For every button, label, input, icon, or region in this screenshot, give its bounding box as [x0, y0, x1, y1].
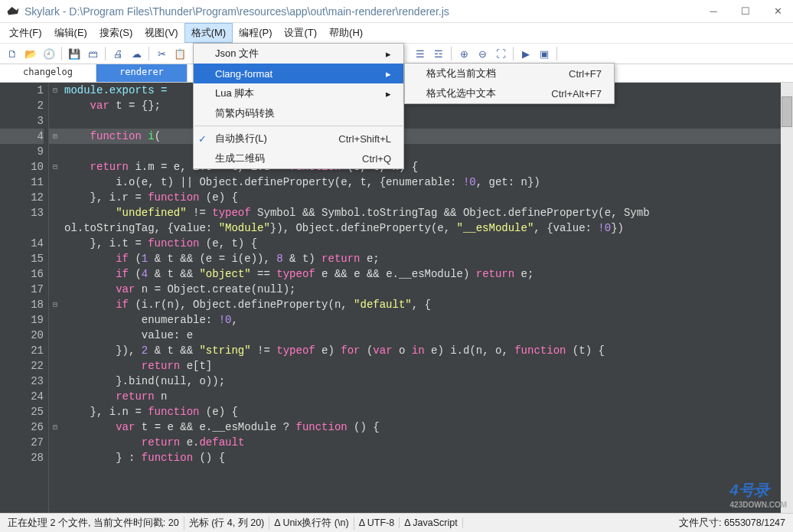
statusbar: 正在处理 2 个文件, 当前文件时间戳: 20 光标 (行 4, 列 20) Δ… — [0, 513, 793, 532]
titlebar: Skylark - D:\Program Files\Thunder\Progr… — [0, 0, 793, 23]
line-number: 9 — [0, 144, 44, 159]
menubar: 文件(F) 编辑(E) 搜索(S) 视图(V) 格式(M) 编程(P) 设置(T… — [0, 23, 793, 43]
stop-icon[interactable]: ▣ — [537, 46, 552, 61]
scrollbar-vertical[interactable] — [781, 83, 793, 513]
line-number: 24 — [0, 389, 44, 404]
separator — [194, 126, 403, 126]
line-number: 10 — [0, 159, 44, 175]
menu-item-lua[interactable]: Lua 脚本▸ — [194, 83, 403, 103]
menu-file[interactable]: 文件(F) — [3, 24, 48, 42]
tab-changelog[interactable]: changelog — [0, 64, 96, 82]
line-number: 14 — [0, 236, 44, 251]
menu-item-word-wrap[interactable]: ✓自动换行(L)Ctrl+Shift+L — [194, 129, 403, 149]
menu-edit[interactable]: 编辑(E) — [48, 24, 93, 42]
maximize-button[interactable]: ☐ — [736, 2, 755, 21]
status-encoding[interactable]: Δ UTF-8 — [354, 517, 400, 528]
line-number — [0, 220, 44, 236]
status-language[interactable]: Δ JavaScript — [400, 517, 463, 528]
save-icon[interactable]: 💾 — [67, 46, 82, 61]
menu-item-format-selection[interactable]: 格式化选中文本Ctrl+Alt+F7 — [405, 83, 614, 103]
print-icon[interactable]: 🖨 — [110, 46, 126, 61]
window-controls: ─ ☐ ✕ — [704, 2, 787, 21]
chevron-right-icon: ▸ — [386, 68, 391, 80]
cut-icon[interactable]: ✂ — [154, 46, 169, 61]
menu-settings[interactable]: 设置(T) — [278, 24, 323, 42]
line-number: 13 — [0, 205, 44, 220]
indent-icon[interactable]: ☰ — [413, 46, 428, 61]
line-number: 26 — [0, 419, 44, 435]
separator — [513, 47, 514, 60]
line-number: 16 — [0, 266, 44, 282]
code-area[interactable]: module.exports = var t = {}; function i(… — [61, 83, 793, 513]
line-number: 22 — [0, 358, 44, 374]
minimize-button[interactable]: ─ — [704, 2, 723, 21]
fold-icon[interactable]: ⊟ — [49, 297, 61, 312]
format-dropdown: Json 文件▸ Clang-format▸ Lua 脚本▸ 简繁内码转换 ✓自… — [193, 43, 404, 169]
line-number: 20 — [0, 328, 44, 343]
line-number: 25 — [0, 404, 44, 419]
status-line-ending[interactable]: Δ Unix换行符 (\n) — [269, 517, 354, 530]
close-button[interactable]: ✕ — [769, 2, 787, 21]
tab-renderer[interactable]: renderer — [96, 64, 188, 82]
separator — [61, 47, 62, 60]
status-processing: 正在处理 2 个文件, 当前文件时间戳: 20 — [3, 517, 184, 530]
menu-search[interactable]: 搜索(S) — [93, 24, 139, 42]
zoom-in-icon[interactable]: ⊕ — [456, 46, 472, 61]
fold-icon[interactable]: ⊟ — [49, 419, 61, 435]
copy-icon[interactable]: 📋 — [172, 46, 188, 61]
separator — [556, 47, 557, 60]
fold-icon[interactable]: ⊟ — [49, 83, 61, 98]
scrollbar-thumb[interactable] — [782, 96, 792, 127]
separator — [451, 47, 452, 60]
menu-item-json[interactable]: Json 文件▸ — [194, 44, 403, 64]
line-number: 12 — [0, 190, 44, 205]
line-number: 4 — [0, 129, 44, 144]
clang-submenu: 格式化当前文档Ctrl+F7 格式化选中文本Ctrl+Alt+F7 — [404, 63, 615, 104]
line-number: 17 — [0, 282, 44, 297]
menu-item-clang-format[interactable]: Clang-format▸ — [194, 64, 403, 83]
line-number: 28 — [0, 450, 44, 465]
chevron-right-icon: ▸ — [386, 88, 391, 100]
menu-item-qrcode[interactable]: 生成二维码Ctrl+Q — [194, 149, 403, 168]
menu-help[interactable]: 帮助(H) — [323, 24, 369, 42]
line-number: 1 — [0, 83, 44, 98]
line-number: 11 — [0, 175, 44, 190]
line-number: 23 — [0, 374, 44, 389]
check-icon: ✓ — [198, 133, 207, 145]
fold-icon[interactable]: ⊞ — [49, 129, 61, 144]
status-filesize: 文件尺寸: 6553078/1247 — [674, 517, 790, 530]
open-file-icon[interactable]: 📂 — [23, 46, 38, 61]
separator — [148, 47, 149, 60]
line-gutter: 1 2 3 4 9 10 11 12 13 14 15 16 17 18 19 … — [0, 83, 49, 513]
menu-item-format-document[interactable]: 格式化当前文档Ctrl+F7 — [405, 64, 614, 83]
history-icon[interactable]: 🕘 — [41, 46, 57, 61]
window-title: Skylark - D:\Program Files\Thunder\Progr… — [24, 5, 704, 18]
menu-program[interactable]: 编程(P) — [233, 24, 278, 42]
line-number: 21 — [0, 343, 44, 358]
menu-item-encoding-convert[interactable]: 简繁内码转换 — [194, 103, 403, 123]
fold-icon[interactable]: ⊟ — [49, 159, 61, 175]
menu-view[interactable]: 视图(V) — [139, 24, 184, 42]
run-icon[interactable]: ▶ — [518, 46, 534, 61]
line-number: 18 — [0, 297, 44, 312]
new-file-icon[interactable]: 🗋 — [5, 46, 20, 61]
indent2-icon[interactable]: ☲ — [431, 46, 446, 61]
line-number: 19 — [0, 312, 44, 328]
app-icon — [6, 5, 20, 18]
cloud-icon[interactable]: ☁ — [129, 46, 144, 61]
save-all-icon[interactable]: 🗃 — [85, 46, 100, 61]
fullscreen-icon[interactable]: ⛶ — [493, 46, 508, 61]
line-number: 3 — [0, 113, 44, 129]
chevron-right-icon: ▸ — [386, 48, 391, 60]
zoom-out-icon[interactable]: ⊖ — [475, 46, 490, 61]
fold-column: ⊟ ⊞ ⊟ ⊟ ⊟ — [49, 83, 61, 513]
separator — [105, 47, 106, 60]
line-number: 27 — [0, 435, 44, 450]
status-cursor: 光标 (行 4, 列 20) — [184, 517, 270, 530]
line-number: 15 — [0, 251, 44, 266]
line-number: 2 — [0, 98, 44, 113]
menu-format[interactable]: 格式(M) — [184, 23, 233, 43]
